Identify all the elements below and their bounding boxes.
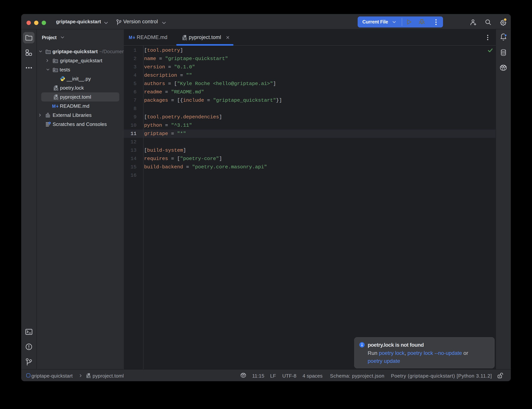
svg-text:M: M bbox=[52, 104, 56, 109]
svg-text:M: M bbox=[129, 35, 132, 40]
